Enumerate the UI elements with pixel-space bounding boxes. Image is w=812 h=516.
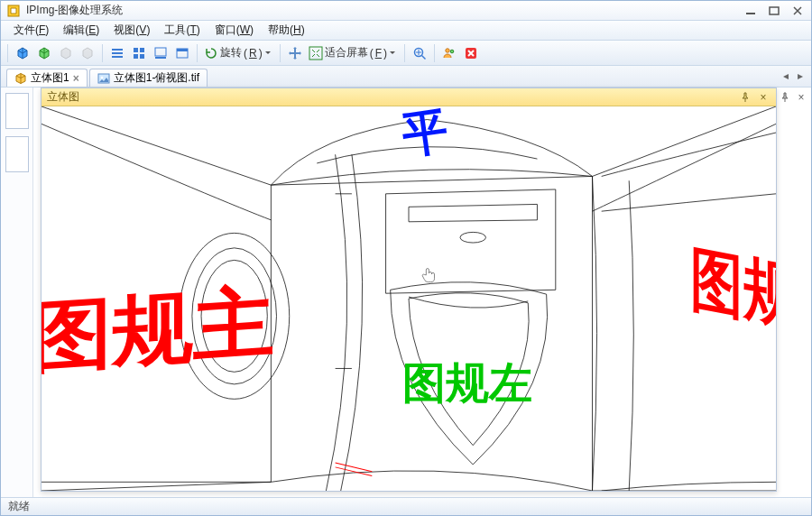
menu-window[interactable]: 窗口(W) (208, 21, 261, 40)
svg-point-20 (100, 76, 103, 78)
menubar: 文件(F) 编辑(E) 视图(V) 工具(T) 窗口(W) 帮助(H) (1, 21, 811, 41)
svg-point-21 (180, 233, 290, 399)
thumbnail[interactable] (5, 136, 29, 172)
exit-red-icon[interactable] (461, 43, 481, 63)
maximize-button[interactable] (766, 5, 782, 17)
float-panel-title: 立体图 (47, 89, 734, 105)
menu-tools[interactable]: 工具(T) (157, 21, 207, 40)
cube-front-green-icon[interactable] (34, 43, 54, 63)
pin-icon[interactable] (779, 91, 791, 104)
right-aux-controls: × (779, 91, 807, 104)
svg-rect-5 (112, 56, 123, 58)
tab-image[interactable]: 立体图1-俯视图.tif (89, 69, 208, 87)
svg-rect-13 (177, 49, 188, 51)
svg-rect-1 (746, 13, 755, 14)
status-text: 就绪 (8, 499, 30, 514)
tab-prev-icon[interactable]: ◂ (780, 69, 791, 82)
menu-edit[interactable]: 编辑(E) (56, 21, 106, 40)
svg-rect-2 (770, 7, 779, 14)
window-title: IPImg-图像处理系统 (26, 3, 743, 18)
menu-file[interactable]: 文件(F) (6, 21, 56, 40)
cube-disabled-1-icon (56, 43, 76, 63)
view-list-icon[interactable] (107, 43, 127, 63)
menu-help[interactable]: 帮助(H) (261, 21, 312, 40)
svg-rect-6 (134, 48, 138, 52)
close-aux-icon[interactable]: × (795, 91, 807, 104)
rotate-icon (204, 46, 218, 60)
zoom-in-icon[interactable] (410, 43, 429, 63)
svg-point-24 (460, 232, 485, 243)
main-window: IPImg-图像处理系统 文件(F) 编辑(E) 视图(V) 工具(T) 窗口(… (0, 0, 812, 516)
svg-rect-9 (140, 54, 144, 59)
float-panel-body: 图规主 平 图规左 图规右 (42, 106, 776, 491)
tab-close-icon[interactable]: × (73, 72, 79, 85)
3d-viewport[interactable]: 图规主 平 图规左 图规右 (42, 106, 776, 491)
tab-label: 立体图1-俯视图.tif (114, 70, 199, 86)
cube-icon (14, 72, 27, 85)
cube-front-blue-icon[interactable] (13, 43, 32, 63)
svg-rect-10 (155, 48, 166, 56)
fit-screen-dropdown[interactable]: 适合屏幕(F) (307, 45, 400, 60)
view-thumb-icon[interactable] (151, 43, 171, 63)
client-area: × 立体图 × (1, 88, 811, 497)
svg-rect-14 (309, 47, 322, 60)
fit-icon (309, 46, 323, 60)
users-icon[interactable] (439, 43, 459, 63)
close-button[interactable] (789, 5, 806, 17)
menu-view[interactable]: 视图(V) (106, 21, 157, 40)
cube-disabled-2-icon (78, 43, 97, 63)
tab-nav-arrows: ◂ ▸ (780, 69, 806, 82)
tab-label: 立体图1 (31, 70, 69, 86)
view-card-icon[interactable] (172, 43, 192, 63)
document-tabs: 立体图1 × 立体图1-俯视图.tif ◂ ▸ (1, 66, 811, 88)
float-pin-icon[interactable] (738, 91, 752, 104)
view-grid-icon[interactable] (129, 43, 149, 63)
svg-point-17 (450, 50, 454, 53)
app-icon (6, 4, 21, 18)
tab-cube[interactable]: 立体图1 × (6, 69, 88, 87)
image-icon (97, 72, 110, 85)
toolbar: 旋转(R) 适合屏幕(F) (1, 41, 811, 66)
titlebar: IPImg-图像处理系统 (1, 1, 811, 21)
svg-point-23 (201, 260, 267, 372)
svg-rect-4 (112, 52, 123, 54)
tab-next-icon[interactable]: ▸ (795, 69, 806, 82)
svg-point-16 (446, 48, 449, 51)
statusbar: 就绪 (1, 497, 811, 515)
thumbnail-strip (1, 88, 33, 497)
move-icon[interactable] (285, 43, 305, 63)
svg-rect-7 (140, 48, 144, 52)
float-panel: 立体图 × (41, 88, 777, 492)
thumbnail[interactable] (5, 93, 29, 129)
rotate-dropdown[interactable]: 旋转(R) (202, 45, 275, 60)
float-panel-titlebar[interactable]: 立体图 × (42, 88, 776, 106)
svg-rect-8 (134, 54, 138, 59)
svg-rect-11 (155, 57, 166, 59)
svg-point-22 (192, 248, 277, 384)
svg-rect-3 (112, 49, 123, 51)
window-buttons (743, 5, 806, 17)
float-close-icon[interactable]: × (756, 91, 770, 104)
minimize-button[interactable] (743, 5, 759, 17)
